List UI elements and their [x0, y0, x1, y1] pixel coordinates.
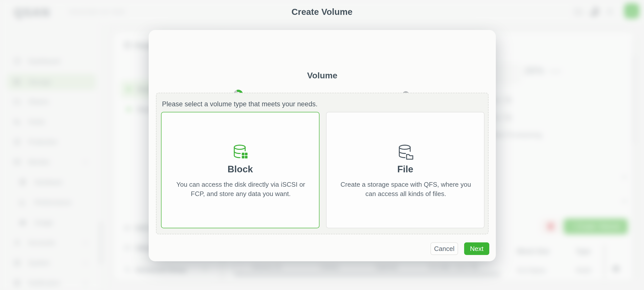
- file-card-description: Create a storage space with QFS, where y…: [335, 180, 476, 199]
- file-volume-icon: [397, 144, 414, 161]
- volume-type-panel: Please select a volume type that meets y…: [156, 93, 489, 234]
- block-type-card[interactable]: Block You can access the disk directly v…: [161, 112, 319, 228]
- file-card-title: File: [327, 164, 484, 175]
- select-type-prompt: Please select a volume type that meets y…: [162, 100, 317, 108]
- next-button[interactable]: Next: [464, 242, 489, 255]
- cancel-button[interactable]: Cancel: [430, 242, 458, 255]
- create-volume-modal: Volume Volume Create Please select a vol…: [149, 30, 496, 261]
- block-volume-icon: [232, 144, 249, 161]
- block-card-description: You can access the disk directly via iSC…: [170, 180, 311, 199]
- file-type-card[interactable]: File Create a storage space with QFS, wh…: [326, 112, 485, 228]
- page-title: Create Volume: [0, 0, 644, 23]
- block-card-title: Block: [162, 164, 319, 175]
